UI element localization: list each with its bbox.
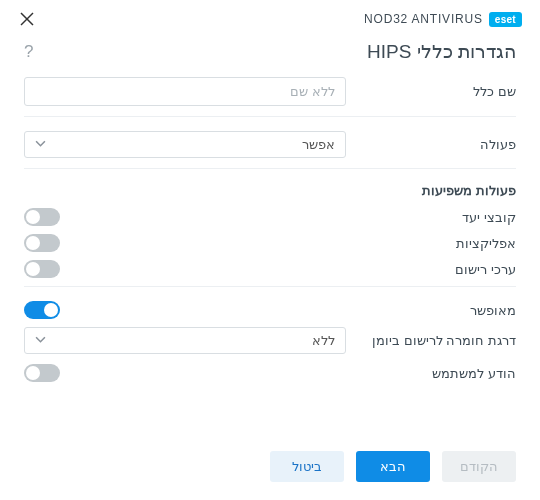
help-button[interactable]: ? — [24, 42, 33, 62]
severity-select[interactable]: ללא — [24, 327, 346, 354]
chevron-down-icon — [35, 333, 46, 348]
divider — [24, 286, 516, 287]
registry-values-toggle[interactable] — [24, 260, 60, 278]
rule-name-label: שם כלל — [366, 84, 516, 99]
brand-badge: eset — [489, 12, 522, 27]
enabled-toggle[interactable] — [24, 301, 60, 319]
applications-label: אפליקציות — [366, 236, 516, 251]
close-button[interactable] — [18, 10, 36, 28]
notify-user-label: הודע למשתמש — [366, 366, 516, 381]
divider — [24, 116, 516, 117]
chevron-down-icon — [35, 137, 46, 152]
applications-toggle[interactable] — [24, 234, 60, 252]
target-files-toggle[interactable] — [24, 208, 60, 226]
registry-values-label: ערכי רישום — [366, 262, 516, 277]
rule-name-input[interactable] — [24, 77, 346, 106]
previous-button: הקודם — [442, 451, 516, 482]
divider — [24, 168, 516, 169]
notify-user-toggle[interactable] — [24, 364, 60, 382]
action-value: אפשר — [46, 137, 335, 152]
enabled-label: מאופשר — [366, 303, 516, 318]
action-select[interactable]: אפשר — [24, 131, 346, 158]
page-title: הגדרות כללי HIPS — [367, 40, 516, 63]
action-label: פעולה — [366, 137, 516, 152]
next-button[interactable]: הבא — [356, 451, 430, 482]
brand-product: NOD32 ANTIVIRUS — [364, 12, 483, 26]
severity-label: דרגת חומרה לרישום ביומן — [366, 333, 516, 348]
target-files-label: קובצי יעד — [366, 210, 516, 225]
affecting-ops-title: פעולות משפיעות — [24, 183, 516, 198]
cancel-button[interactable]: ביטול — [270, 451, 344, 482]
severity-value: ללא — [46, 333, 335, 348]
brand: eset NOD32 ANTIVIRUS — [364, 12, 522, 27]
close-icon — [20, 12, 34, 26]
